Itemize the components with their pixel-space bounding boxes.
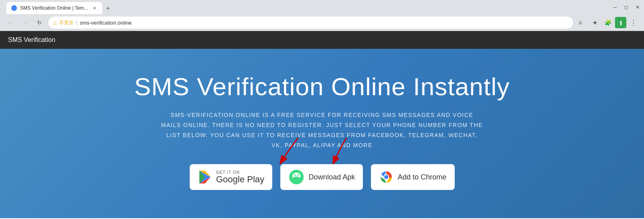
- google-play-text: GET IT ON Google Play: [216, 170, 265, 184]
- browser-tab[interactable]: SMS Verification Online | Tem... ✕: [6, 2, 102, 14]
- bookmark-icon[interactable]: ★: [589, 17, 601, 28]
- hero-description: SMS-VERIFICATION.ONLINE IS A FREE SERVIC…: [161, 110, 483, 151]
- browser-window: SMS Verification Online | Tem... ✕ + ─ ◻…: [0, 0, 644, 218]
- window-controls: ─ ◻ ✕: [612, 4, 641, 10]
- tab-close-button[interactable]: ✕: [91, 5, 97, 11]
- url-display: sms-verification.online: [80, 20, 132, 26]
- svg-point-0: [12, 6, 16, 10]
- minimize-button[interactable]: ─: [612, 4, 618, 10]
- download-apk-button[interactable]: Download Apk: [280, 164, 363, 190]
- add-to-chrome-button[interactable]: Add to Chrome: [371, 164, 454, 190]
- site-header: SMS Verification: [0, 31, 644, 49]
- forward-button[interactable]: →: [19, 17, 31, 28]
- toolbar-icons: A ★ 🧩 ▐ ⋮: [576, 17, 639, 28]
- security-label: 不安全: [59, 19, 74, 26]
- tab-title: SMS Verification Online | Tem...: [20, 5, 88, 11]
- hero-title: SMS Verification Online Instantly: [134, 73, 509, 100]
- address-bar[interactable]: △ 不安全 | sms-verification.online: [48, 17, 573, 29]
- address-bar-row: ← → ↻ △ 不安全 | sms-verification.online A …: [0, 15, 644, 31]
- menu-button[interactable]: ⋮: [628, 17, 639, 28]
- back-button[interactable]: ←: [5, 17, 16, 28]
- svg-point-14: [294, 174, 296, 176]
- svg-point-25: [384, 175, 388, 179]
- svg-point-15: [297, 174, 299, 176]
- restore-button[interactable]: ◻: [623, 4, 630, 10]
- reload-button[interactable]: ↻: [34, 17, 45, 28]
- cta-buttons-container: GET IT ON Google Play: [190, 164, 455, 190]
- extensions-icon[interactable]: 🧩: [602, 17, 613, 28]
- add-to-chrome-label: Add to Chrome: [398, 173, 446, 181]
- tab-favicon: [11, 5, 17, 11]
- close-button[interactable]: ✕: [634, 4, 641, 10]
- google-play-button[interactable]: GET IT ON Google Play: [190, 164, 273, 190]
- svg-rect-19: [292, 178, 294, 182]
- hero-section: SMS Verification Online Instantly SMS-VE…: [0, 49, 644, 218]
- security-icon: △: [53, 20, 57, 25]
- svg-text:A: A: [579, 20, 582, 26]
- svg-rect-20: [299, 178, 301, 182]
- download-apk-label: Download Apk: [309, 173, 355, 181]
- site-title: SMS Verification: [8, 36, 55, 44]
- svg-rect-21: [294, 177, 299, 180]
- profile-icon[interactable]: ▐: [615, 17, 626, 28]
- separator: |: [76, 20, 77, 25]
- new-tab-button[interactable]: +: [102, 3, 114, 14]
- svg-text:▐: ▐: [619, 21, 622, 25]
- browser-title-bar: SMS Verification Online | Tem... ✕ + ─ ◻…: [0, 0, 644, 31]
- page-content: SMS Verification SMS Verification Online…: [0, 31, 644, 218]
- google-play-label-large: Google Play: [216, 175, 265, 184]
- translate-icon[interactable]: A: [576, 17, 588, 28]
